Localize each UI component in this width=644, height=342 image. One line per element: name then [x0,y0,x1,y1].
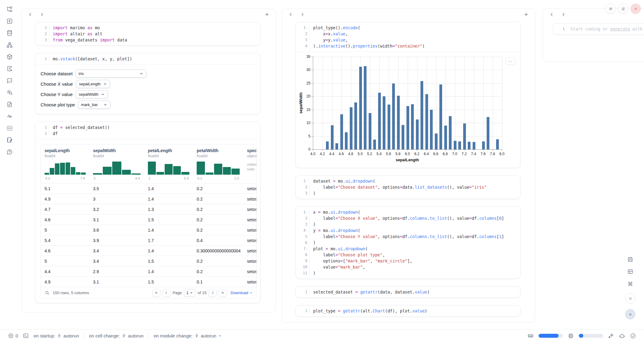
column-header[interactable]: species [247,148,257,153]
table-cell: 1.5 [144,217,193,222]
generate-link[interactable]: generate [610,27,630,31]
file-tree-panel-button[interactable] [6,5,13,13]
first-page-button[interactable] [152,289,160,297]
x-value-select[interactable]: sepalLength [76,80,110,88]
ram-icon [528,333,534,339]
snippets-panel-button[interactable] [6,101,13,108]
code-editor[interactable]: 1⌄dataset = mo.ui.dropdown(2 label="Choo… [296,176,520,199]
code-editor[interactable]: 1import marimo as mo2import altair as al… [35,22,260,45]
history-forward-button[interactable] [561,12,566,17]
tracing-panel-button[interactable] [6,112,13,120]
last-page-button[interactable] [219,289,227,297]
history-forward-button[interactable] [39,12,45,17]
history-back-button[interactable] [28,12,33,17]
menu-icon [608,6,613,11]
dropdowns-output: Choose datasetirisChoose X valuesepalLen… [35,65,260,114]
fold-toggle-icon[interactable]: ⌄ [306,180,307,182]
dataset-dropdown-cell: 1⌄dataset = mo.ui.dropdown(2 label="Choo… [295,175,521,199]
divider [84,333,84,339]
table-cell: 1.4 [144,248,193,253]
check-circle-button[interactable] [630,333,636,339]
fold-toggle-icon[interactable]: ⌄ [306,27,307,29]
plot-type-select[interactable]: mark_bar [78,101,110,109]
help-panel-button[interactable] [6,148,13,155]
documentation-panel-button[interactable] [6,65,13,72]
line-number: 1 [35,56,49,62]
bar [444,126,447,149]
gear-button[interactable] [618,4,628,14]
menu-button[interactable] [606,4,616,14]
history-back-button[interactable] [549,12,554,17]
code-editor[interactable]: 1plot_type = getattr(alt.Chart(df), plot… [296,305,520,316]
code-editor[interactable]: 1df = selected_dataset()2df [35,122,260,139]
code-editor[interactable]: 1mo.vstack([dataset, x, y, plot]) [35,53,260,64]
bot-button[interactable] [619,333,625,339]
terminal-button[interactable] [23,333,29,339]
x-tick-label: 5.2 [367,152,372,156]
column-histogram [93,161,141,175]
packages-panel-button[interactable] [6,53,13,60]
y-value-select[interactable]: sepalWidth [76,90,108,98]
page-of-label: of 15 [198,290,206,295]
table-cell: 3.1 [89,217,144,222]
layout-button[interactable] [626,268,634,276]
line-number: 2 [296,31,309,37]
dataset-select[interactable]: iris [76,69,146,78]
scratchpad-panel-button[interactable] [6,124,13,132]
runtime-config-button[interactable]: on startup:autorun [34,333,79,338]
notebook-panel-button[interactable] [6,136,13,144]
code-editor[interactable]: 1selected_dataset = getattr(data, datase… [296,287,520,297]
sparkles-button[interactable] [608,333,614,339]
table-search-button[interactable] [45,290,50,295]
add-cell-button[interactable] [264,12,270,17]
scratchpad-icon [6,125,13,131]
run-button[interactable] [625,309,635,319]
page-select[interactable]: 1 [184,289,195,297]
table-row: 5.43.91.70.4setosa [41,235,256,245]
save-button[interactable] [626,255,634,263]
fold-toggle-icon[interactable]: ⌄ [306,229,307,232]
scratch-cell: 1 Start coding or generate with AI [553,23,644,35]
functions-panel-button[interactable] [6,17,13,25]
chat-panel-button[interactable] [6,77,13,84]
runtime-config-button[interactable]: on cell change:autorun [89,333,144,338]
bar [473,142,475,149]
prev-page-button[interactable] [163,289,170,297]
dataset-select-row: Choose datasetiris [41,68,260,79]
double-chevron-left-icon [154,291,158,295]
fold-toggle-icon[interactable]: ⌄ [306,248,307,250]
code-editor[interactable]: 1⌄plot_type().encode(2 x=x.value,3 y=y.v… [296,22,520,52]
table-cell: setosa [243,217,257,222]
table-cell: 3.1 [89,280,144,284]
column-header[interactable]: petalLength [148,148,189,153]
config-value: autorun [63,333,79,338]
history-forward-button[interactable] [300,12,305,17]
errors-indicator[interactable]: 0 [8,333,18,339]
table-cell: 5 [41,259,89,264]
table-cell: setosa [243,280,257,284]
history-back-button[interactable] [288,12,293,17]
download-button[interactable]: Download [231,290,253,295]
fold-toggle-icon[interactable]: ⌄ [306,211,307,213]
column-header[interactable]: petalWidth [197,148,240,153]
runtime-config-button[interactable]: on module change:autorun [154,333,222,338]
code-editor[interactable]: 1⌄x = mo.ui.dropdown(2 label="Choose X v… [296,207,520,279]
logs-panel-button[interactable] [6,89,13,96]
column-header[interactable]: sepalWidth [93,148,141,153]
dependency-graph-panel-button[interactable] [6,41,13,48]
next-page-button[interactable] [209,289,216,297]
line-number: 4 [296,43,309,49]
command-button[interactable] [626,280,634,288]
column-header[interactable]: sepalLength [45,148,86,153]
chevron-left-icon [549,12,554,17]
table-cell: 1.4 [144,269,193,274]
table-cell: 1.4 [144,197,193,201]
interrupt-button[interactable] [625,293,635,304]
database-panel-button[interactable] [6,29,13,37]
add-cell-button[interactable] [524,12,529,17]
page-label: Page [173,290,182,295]
bar [458,141,461,149]
scratchpad-editor[interactable]: 1 Start coding or generate with AI [553,23,644,34]
close-button[interactable] [631,4,641,14]
chart-options-button[interactable]: ⋯ [506,57,515,65]
